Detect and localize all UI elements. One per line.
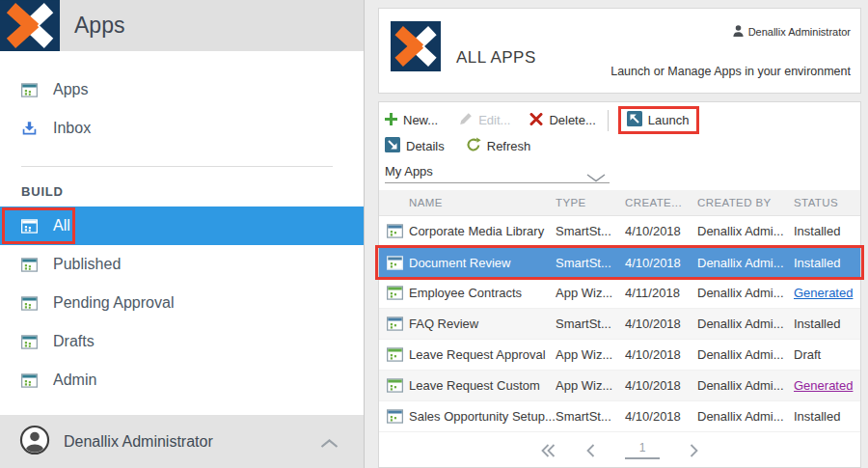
cell-type: SmartSt... bbox=[556, 224, 625, 238]
cell-status: Installed bbox=[794, 409, 860, 424]
cell-created-by: Denallix Admi... bbox=[697, 347, 794, 362]
sidebar-item-apps[interactable]: Apps bbox=[0, 70, 364, 109]
first-page-button[interactable] bbox=[540, 443, 556, 458]
table-row[interactable]: Sales Opportunity Setup... SmartSt... 4/… bbox=[379, 401, 860, 432]
col-header-type[interactable]: TYPE bbox=[556, 197, 625, 208]
apps-window-icon bbox=[21, 258, 38, 272]
table-row[interactable]: Corporate Media Library SmartSt... 4/10/… bbox=[379, 216, 860, 247]
sidebar: Apps Apps Inbox BUILD All bbox=[0, 0, 365, 468]
refresh-button[interactable]: Refresh bbox=[466, 137, 531, 155]
sidebar-title-band: Apps bbox=[60, 0, 364, 51]
cell-name: Leave Request Approval bbox=[409, 347, 556, 362]
cell-created: 4/10/2018 bbox=[625, 317, 697, 331]
cell-status: Draft bbox=[794, 347, 860, 362]
table-row[interactable]: Employee Contracts App Wiz... 4/11/2018 … bbox=[379, 278, 860, 309]
edit-button[interactable]: Edit... bbox=[459, 112, 510, 128]
sidebar-item-label: Apps bbox=[53, 81, 88, 98]
sidebar-title: Apps bbox=[74, 13, 124, 39]
sidebar-item-label: Pending Approval bbox=[53, 294, 174, 312]
person-icon bbox=[733, 25, 744, 39]
cell-name: Sales Opportunity Setup... bbox=[409, 409, 556, 424]
sidebar-item-inbox[interactable]: Inbox bbox=[0, 109, 364, 148]
cell-created: 4/10/2018 bbox=[625, 409, 697, 424]
sidebar-item-pending-approval[interactable]: Pending Approval bbox=[0, 284, 364, 322]
cell-status-link[interactable]: Generated bbox=[794, 286, 860, 300]
cell-created: 4/10/2018 bbox=[625, 347, 697, 362]
apps-window-icon bbox=[21, 296, 38, 311]
toolbar-row-1: New... Edit... Delete... Launch bbox=[379, 107, 860, 133]
cell-status: Installed bbox=[794, 256, 860, 270]
pencil-icon bbox=[459, 112, 473, 128]
launch-button[interactable]: Launch bbox=[627, 111, 690, 129]
plus-icon bbox=[385, 113, 397, 128]
sidebar-item-label: All bbox=[53, 217, 70, 234]
cell-type: App Wiz... bbox=[556, 347, 625, 362]
sidebar-item-drafts[interactable]: Drafts bbox=[0, 322, 364, 361]
k2-logo bbox=[391, 21, 441, 75]
new-button[interactable]: New... bbox=[385, 113, 438, 128]
col-header-status[interactable]: STATUS bbox=[794, 197, 860, 208]
cell-name: FAQ Review bbox=[409, 317, 556, 331]
inbox-icon bbox=[21, 121, 38, 136]
next-page-button[interactable] bbox=[689, 443, 699, 458]
app-window-icon bbox=[382, 224, 409, 238]
col-header-created[interactable]: CREATE... bbox=[625, 197, 697, 208]
table-row-selected[interactable]: Document Review SmartSt... 4/10/2018 Den… bbox=[379, 247, 860, 278]
apps-window-icon bbox=[21, 373, 38, 388]
k2-logo bbox=[0, 0, 60, 51]
sidebar-item-label: Inbox bbox=[53, 120, 91, 137]
cell-type: SmartSt... bbox=[556, 317, 625, 331]
apps-window-icon bbox=[21, 335, 38, 349]
cell-created-by: Denallix Admi... bbox=[697, 224, 794, 238]
prev-page-button[interactable] bbox=[585, 443, 596, 458]
cell-created-by: Denallix Admi... bbox=[697, 378, 794, 393]
cell-type: App Wiz... bbox=[556, 286, 625, 300]
header-user[interactable]: Denallix Administrator bbox=[733, 25, 851, 39]
delete-x-icon bbox=[529, 113, 543, 128]
table-header-row: NAME TYPE CREATE... CREATED BY STATUS bbox=[379, 190, 860, 216]
cell-status-link[interactable]: Generated bbox=[794, 378, 860, 393]
toolbar-separator bbox=[608, 110, 609, 131]
build-section-heading: BUILD bbox=[0, 167, 364, 206]
details-arrow-icon bbox=[385, 137, 400, 155]
cell-type: App Wiz... bbox=[556, 378, 625, 393]
cell-created-by: Denallix Admi... bbox=[697, 409, 794, 424]
cell-created: 4/10/2018 bbox=[625, 224, 697, 238]
cell-type: SmartSt... bbox=[556, 409, 625, 424]
chevron-down-icon bbox=[586, 169, 606, 186]
sidebar-nav: Apps Inbox BUILD All Published bbox=[0, 51, 364, 399]
table-row[interactable]: Leave Request Custom App Wiz... 4/10/201… bbox=[379, 371, 860, 401]
chevron-up-icon[interactable] bbox=[320, 435, 339, 453]
toolbar-row-2: Details Refresh bbox=[379, 133, 860, 159]
annotation-highlight-launch: Launch bbox=[618, 106, 700, 134]
apps-filter-dropdown[interactable]: My Apps bbox=[385, 162, 610, 183]
current-page-number: 1 bbox=[625, 441, 661, 459]
app-window-icon bbox=[382, 347, 409, 362]
cell-created: 4/10/2018 bbox=[625, 256, 697, 270]
app-window-icon bbox=[382, 256, 409, 270]
sidebar-item-all[interactable]: All bbox=[0, 206, 364, 245]
cell-name: Document Review bbox=[409, 256, 556, 270]
delete-button[interactable]: Delete... bbox=[529, 113, 595, 128]
cell-name: Leave Request Custom bbox=[409, 378, 556, 393]
cell-status: Installed bbox=[794, 317, 860, 331]
table-row[interactable]: Leave Request Approval App Wiz... 4/10/2… bbox=[379, 340, 860, 371]
sidebar-item-admin[interactable]: Admin bbox=[0, 361, 364, 399]
details-button[interactable]: Details bbox=[385, 137, 445, 155]
cell-created-by: Denallix Admi... bbox=[697, 317, 794, 331]
sidebar-item-label: Drafts bbox=[53, 333, 95, 350]
app-window-icon bbox=[382, 317, 409, 331]
apps-table: NAME TYPE CREATE... CREATED BY STATUS Co… bbox=[379, 190, 860, 432]
cell-created-by: Denallix Admi... bbox=[697, 286, 794, 300]
app-window-icon bbox=[382, 409, 409, 424]
apps-window-icon bbox=[21, 83, 38, 97]
table-row[interactable]: FAQ Review SmartSt... 4/10/2018 Denallix… bbox=[379, 309, 860, 340]
cell-type: SmartSt... bbox=[556, 256, 625, 270]
launch-arrow-icon bbox=[627, 111, 642, 129]
col-header-created-by[interactable]: CREATED BY bbox=[697, 197, 794, 208]
app-window-icon bbox=[382, 286, 409, 300]
sidebar-header: Apps bbox=[0, 0, 364, 51]
sidebar-item-published[interactable]: Published bbox=[0, 245, 364, 284]
col-header-name[interactable]: NAME bbox=[409, 197, 556, 208]
sidebar-user-footer[interactable]: Denallix Administrator bbox=[0, 415, 364, 468]
